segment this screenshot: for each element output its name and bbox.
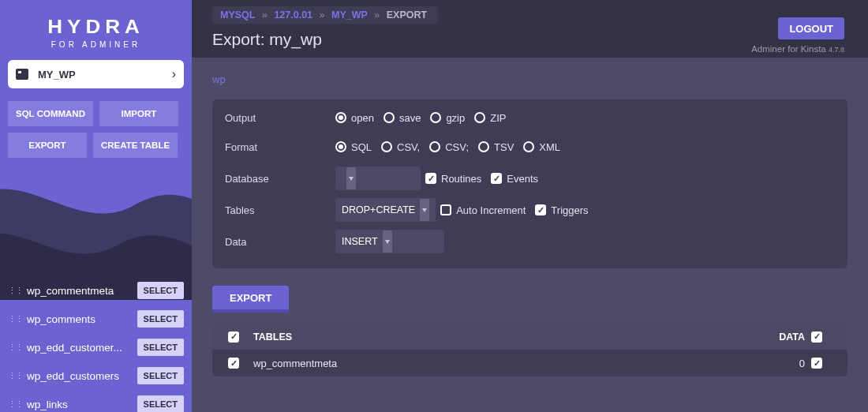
- table-name: wp_commentmeta: [27, 285, 137, 297]
- brand-logo: HYDRA FOR ADMINER: [0, 0, 192, 51]
- select-button[interactable]: SELECT: [137, 310, 184, 328]
- database-icon: [16, 69, 28, 80]
- checkbox-icon: [535, 204, 546, 215]
- check-all-data[interactable]: [811, 331, 827, 343]
- radio-format-tsv[interactable]: TSV: [478, 141, 514, 153]
- topbar: MYSQL » 127.0.01 » MY_WP » EXPORT Export…: [192, 0, 868, 58]
- drag-handle-icon: ⋮⋮: [8, 399, 22, 410]
- sidebar-actions: SQL COMMAND IMPORT EXPORT CREATE TABLE: [0, 88, 192, 158]
- dropdown-icon: [346, 167, 356, 189]
- select-button[interactable]: SELECT: [137, 367, 184, 384]
- select-button[interactable]: SELECT: [137, 339, 184, 356]
- checkbox-icon: [811, 331, 822, 343]
- radio-label: ZIP: [490, 112, 506, 124]
- sidebar-table-item[interactable]: ⋮⋮ wp_edd_customers SELECT: [0, 361, 192, 390]
- radio-icon: [474, 112, 485, 123]
- check-all-tables[interactable]: [228, 331, 244, 343]
- check-routines[interactable]: Routines: [425, 173, 481, 185]
- select-button[interactable]: SELECT: [137, 282, 184, 299]
- brand-sub: FOR ADMINER: [0, 40, 192, 49]
- database-options: Routines Events: [335, 167, 543, 190]
- select-value: DROP+CREATE: [342, 204, 415, 215]
- check-triggers[interactable]: Triggers: [535, 204, 588, 216]
- row-tables: Tables DROP+CREATE Auto Increment Trigge…: [212, 194, 847, 226]
- sidebar-table-item[interactable]: ⋮⋮ wp_edd_customer... SELECT: [0, 333, 192, 361]
- label-tables: Tables: [225, 204, 335, 216]
- radio-format-csv1[interactable]: CSV,: [381, 141, 420, 153]
- database-select[interactable]: [335, 167, 421, 190]
- main: MYSQL » 127.0.01 » MY_WP » EXPORT Export…: [192, 0, 868, 412]
- breadcrumb-current: EXPORT: [387, 9, 427, 21]
- data-select[interactable]: INSERT: [335, 230, 444, 253]
- sidebar: HYDRA FOR ADMINER MY_WP › SQL COMMAND IM…: [0, 0, 192, 412]
- radio-output-save[interactable]: save: [383, 112, 421, 124]
- create-table-button[interactable]: CREATE TABLE: [93, 133, 178, 158]
- check-events[interactable]: Events: [491, 173, 538, 185]
- db-selector-label: MY_WP: [38, 69, 76, 81]
- data-options: INSERT: [335, 230, 444, 253]
- grid-row-name: wp_commentmeta: [253, 358, 337, 369]
- adminer-credit-text: Adminer for Kinsta: [751, 44, 829, 54]
- breadcrumb: MYSQL » 127.0.01 » MY_WP » EXPORT: [212, 6, 438, 24]
- export-submit-button[interactable]: EXPORT: [212, 286, 289, 313]
- format-options: SQL CSV, CSV; TSV XML: [335, 141, 565, 153]
- wp-link[interactable]: wp: [212, 73, 226, 85]
- sidebar-table-item[interactable]: ⋮⋮ wp_links SELECT: [0, 390, 192, 412]
- check-row-table[interactable]: [228, 358, 244, 369]
- drag-handle-icon: ⋮⋮: [8, 343, 22, 353]
- check-autoincrement[interactable]: Auto Increment: [440, 204, 526, 216]
- radio-output-gzip[interactable]: gzip: [430, 112, 465, 124]
- checkbox-icon: [228, 331, 239, 343]
- select-value: INSERT: [342, 236, 378, 247]
- table-name: wp_edd_customers: [27, 370, 137, 382]
- output-options: open save gzip ZIP: [335, 112, 511, 124]
- radio-label: save: [399, 112, 421, 124]
- row-format: Format SQL CSV, CSV; TSV XML: [212, 131, 847, 163]
- radio-icon: [383, 112, 395, 123]
- radio-icon: [478, 141, 489, 152]
- sql-command-button[interactable]: SQL COMMAND: [8, 101, 93, 126]
- tables-select[interactable]: DROP+CREATE: [335, 198, 436, 222]
- select-button[interactable]: SELECT: [137, 395, 184, 412]
- radio-format-sql[interactable]: SQL: [335, 141, 372, 153]
- check-label: Routines: [441, 173, 481, 185]
- radio-label: gzip: [446, 112, 465, 124]
- import-button[interactable]: IMPORT: [99, 101, 178, 126]
- grid-head-data: DATA: [779, 331, 805, 343]
- radio-format-csv2[interactable]: CSV;: [429, 141, 469, 153]
- check-row-data[interactable]: [811, 358, 827, 369]
- adminer-credit: Adminer for Kinsta 4.7.8: [751, 44, 844, 54]
- breadcrumb-sep: »: [374, 9, 380, 21]
- brand-main: HYDRA: [0, 15, 192, 38]
- radio-icon: [523, 141, 534, 152]
- radio-icon: [335, 141, 346, 152]
- radio-output-open[interactable]: open: [335, 112, 374, 124]
- row-data: Data INSERT: [212, 226, 847, 257]
- grid-row-data: 0: [799, 358, 805, 369]
- sidebar-table-item[interactable]: ⋮⋮ wp_commentmeta SELECT: [0, 276, 192, 305]
- radio-icon: [381, 141, 392, 152]
- radio-output-zip[interactable]: ZIP: [474, 112, 506, 124]
- row-output: Output open save gzip ZIP: [212, 99, 847, 131]
- db-selector[interactable]: MY_WP ›: [8, 60, 184, 88]
- row-database: Database Routines Events: [212, 163, 847, 194]
- logout-button[interactable]: LOGOUT: [778, 17, 844, 39]
- content: wp Output open save gzip ZIP Format: [192, 58, 868, 412]
- checkbox-icon: [491, 173, 502, 184]
- radio-icon: [335, 112, 346, 123]
- export-button[interactable]: EXPORT: [8, 133, 87, 158]
- sidebar-table-item[interactable]: ⋮⋮ wp_comments SELECT: [0, 305, 192, 333]
- table-name: wp_edd_customer...: [27, 342, 137, 354]
- radio-format-xml[interactable]: XML: [523, 141, 560, 153]
- breadcrumb-db[interactable]: MY_WP: [331, 9, 368, 21]
- check-label: Events: [507, 173, 538, 185]
- radio-label: TSV: [494, 141, 514, 153]
- radio-label: SQL: [351, 141, 372, 153]
- breadcrumb-engine[interactable]: MYSQL: [220, 9, 255, 21]
- export-form: Output open save gzip ZIP Format SQL CSV…: [212, 99, 847, 268]
- label-data: Data: [225, 236, 335, 248]
- breadcrumb-host[interactable]: 127.0.01: [274, 9, 312, 21]
- dropdown-icon: [383, 230, 392, 253]
- tables-options: DROP+CREATE Auto Increment Triggers: [335, 198, 593, 222]
- checkbox-icon: [228, 358, 239, 369]
